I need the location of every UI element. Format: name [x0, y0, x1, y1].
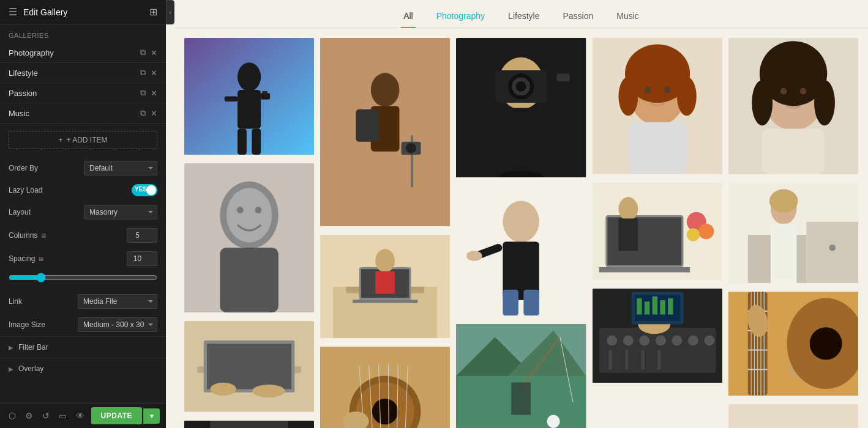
overlay-section[interactable]: ▶ Overlay [0, 358, 166, 379]
svg-rect-22 [210, 421, 288, 428]
layout-row: Layout Masonry Grid Justified Slider [0, 201, 166, 224]
photo-cell[interactable] [184, 163, 314, 315]
svg-rect-122 [644, 301, 649, 314]
gallery-item-passion[interactable]: Passion ⧉ ✕ [0, 83, 166, 103]
eye-icon[interactable]: 👁 [73, 408, 87, 423]
svg-rect-124 [660, 300, 665, 314]
tab-music[interactable]: Music [614, 7, 642, 28]
svg-rect-5 [262, 91, 267, 95]
settings-icon[interactable]: ⚙ [23, 408, 36, 423]
svg-rect-137 [806, 221, 858, 283]
copy-icon[interactable]: ⧉ [140, 88, 146, 98]
svg-point-93 [664, 87, 670, 94]
delete-icon[interactable]: ✕ [151, 89, 157, 98]
svg-point-35 [371, 73, 400, 106]
galleries-label: Galleries [0, 24, 166, 43]
svg-rect-125 [668, 298, 673, 315]
svg-point-110 [656, 335, 666, 345]
update-button[interactable]: UPDATE [91, 407, 142, 424]
photo-cell[interactable] [728, 183, 858, 286]
photo-cell[interactable] [184, 38, 314, 157]
columns-label: Columns 🖥 [9, 231, 47, 240]
gallery-image [320, 347, 450, 428]
photo-cell[interactable] [728, 292, 858, 398]
layers-icon[interactable]: ⬡ [6, 408, 18, 423]
columns-input[interactable] [127, 228, 157, 243]
photo-cell[interactable] [184, 321, 314, 415]
photo-cell[interactable] [728, 38, 858, 177]
link-row: Link Media File Attachment Page None [0, 290, 166, 313]
grid-icon[interactable]: ⊞ [149, 6, 157, 18]
delete-icon[interactable]: ✕ [151, 48, 157, 57]
gallery-item-photography[interactable]: Photography ⧉ ✕ [0, 43, 166, 63]
undo-icon[interactable]: ↺ [40, 408, 52, 423]
svg-rect-114 [608, 350, 612, 370]
svg-point-158 [809, 328, 842, 360]
lazy-load-toggle[interactable]: YES [132, 184, 157, 196]
layout-select[interactable]: Masonry Grid Justified Slider [84, 205, 157, 220]
svg-point-71 [503, 201, 539, 243]
spacing-slider[interactable] [9, 273, 157, 282]
gallery-image [593, 183, 722, 280]
add-item-button[interactable]: + + ADD ITEM [9, 131, 157, 149]
delete-icon[interactable]: ✕ [151, 109, 157, 118]
gallery-item-music[interactable]: Music ⧉ ✕ [0, 103, 166, 124]
filter-bar-label: Filter Bar [18, 343, 48, 352]
photo-cell[interactable] [456, 324, 586, 428]
tab-all[interactable]: All [401, 7, 416, 28]
copy-icon[interactable]: ⧉ [140, 108, 146, 118]
svg-point-13 [255, 207, 262, 213]
square-icon[interactable]: ▭ [56, 408, 69, 423]
tab-passion[interactable]: Passion [560, 7, 596, 28]
svg-point-91 [677, 77, 697, 116]
svg-point-108 [623, 335, 633, 345]
gallery-item-actions: ⧉ ✕ [140, 48, 157, 57]
svg-rect-48 [375, 271, 395, 293]
gallery-item-actions: ⧉ ✕ [140, 108, 157, 118]
svg-point-1 [238, 62, 261, 91]
gallery-image [728, 183, 858, 283]
svg-rect-103 [618, 218, 638, 251]
photo-cell[interactable] [184, 421, 314, 428]
link-select[interactable]: Media File Attachment Page None [78, 294, 157, 309]
photo-cell[interactable] [593, 289, 722, 385]
svg-point-102 [618, 197, 638, 220]
photo-cell[interactable] [320, 38, 450, 229]
tab-lifestyle[interactable]: Lifestyle [506, 7, 542, 28]
svg-rect-17 [207, 344, 291, 389]
gallery-item-name: Photography [9, 48, 54, 57]
tab-photography[interactable]: Photography [434, 7, 487, 28]
main-content: All Photography Lifestyle Passion Music [174, 0, 868, 428]
collapse-handle[interactable]: ‹ [166, 0, 174, 24]
photo-cell[interactable] [320, 347, 450, 428]
delete-icon[interactable]: ✕ [151, 68, 157, 78]
copy-icon[interactable]: ⧉ [140, 48, 146, 57]
plus-icon: + [58, 136, 62, 144]
photo-cell[interactable] [728, 404, 858, 428]
gallery-image [456, 324, 586, 428]
update-dropdown-button[interactable]: ▼ [143, 408, 160, 424]
overlay-label: Overlay [18, 364, 43, 373]
image-size-select[interactable]: Medium - 300 x 300 Large Full [78, 317, 157, 332]
svg-rect-140 [771, 224, 796, 284]
filter-bar-section[interactable]: ▶ Filter Bar [0, 336, 166, 358]
gallery-item-lifestyle[interactable]: Lifestyle ⧉ ✕ [0, 63, 166, 83]
spacing-label: Spacing 🖥 [9, 254, 44, 263]
svg-point-90 [618, 77, 638, 116]
photo-cell[interactable] [593, 183, 722, 282]
gallery-image [184, 163, 314, 312]
photo-cell[interactable] [456, 186, 586, 318]
photo-cell[interactable] [320, 235, 450, 341]
svg-point-113 [704, 335, 714, 345]
svg-rect-3 [225, 96, 238, 101]
image-size-row: Image Size Medium - 300 x 300 Large Full [0, 313, 166, 336]
svg-rect-76 [524, 290, 539, 315]
photo-cell[interactable] [456, 38, 586, 180]
svg-rect-94 [628, 122, 686, 174]
spacing-input[interactable] [127, 251, 157, 266]
link-label: Link [9, 297, 22, 306]
photo-cell[interactable] [593, 38, 722, 177]
copy-icon[interactable]: ⧉ [140, 68, 146, 78]
order-by-select[interactable]: Default Random Title Date [84, 161, 157, 175]
hamburger-icon[interactable]: ☰ [9, 6, 17, 18]
